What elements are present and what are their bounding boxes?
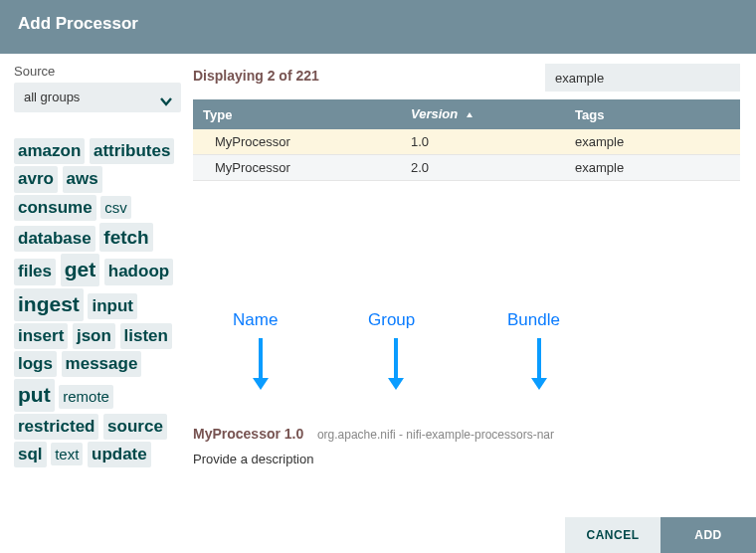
tag-attributes[interactable]: attributes bbox=[90, 138, 174, 164]
cell-tags: example bbox=[565, 129, 740, 155]
cell-version: 2.0 bbox=[401, 155, 565, 181]
tag-logs[interactable]: logs bbox=[14, 351, 57, 377]
tag-source[interactable]: source bbox=[103, 414, 167, 440]
tag-json[interactable]: json bbox=[73, 323, 115, 349]
cell-type: MyProcessor bbox=[193, 129, 401, 155]
tag-cloud: amazon attributes avro aws consume csv d… bbox=[14, 138, 181, 469]
tag-message[interactable]: message bbox=[62, 351, 142, 377]
dialog-footer: CANCEL ADD bbox=[565, 517, 756, 553]
selected-processor-name: MyProcessor 1.0 bbox=[193, 426, 303, 442]
dialog-body: Source all groups amazon attributes avro… bbox=[0, 54, 756, 469]
selected-processor-description: Provide a description bbox=[193, 452, 740, 466]
sort-asc-icon bbox=[466, 107, 473, 122]
source-select[interactable]: all groups bbox=[14, 83, 181, 112]
dialog-header: Add Processor bbox=[0, 0, 756, 54]
col-tags[interactable]: Tags bbox=[565, 99, 740, 129]
tag-remote[interactable]: remote bbox=[59, 385, 113, 408]
col-type[interactable]: Type bbox=[193, 99, 401, 129]
tag-aws[interactable]: aws bbox=[63, 166, 102, 192]
source-label: Source bbox=[14, 64, 181, 79]
tag-listen[interactable]: listen bbox=[120, 323, 172, 349]
tag-consume[interactable]: consume bbox=[14, 195, 96, 221]
tag-text[interactable]: text bbox=[51, 443, 83, 465]
right-panel: Displaying 2 of 221 Type Version Tags My… bbox=[193, 64, 740, 469]
tag-restricted[interactable]: restricted bbox=[14, 414, 98, 440]
arrow-down-icon bbox=[251, 338, 271, 390]
cell-version: 1.0 bbox=[401, 129, 565, 155]
cell-tags: example bbox=[565, 155, 740, 181]
dialog-title: Add Processor bbox=[18, 14, 138, 33]
tag-ingest[interactable]: ingest bbox=[14, 288, 84, 321]
annotation-name-label: Name bbox=[233, 310, 278, 330]
tag-input[interactable]: input bbox=[88, 293, 137, 319]
arrow-down-icon bbox=[386, 338, 406, 390]
tag-fetch[interactable]: fetch bbox=[99, 223, 152, 252]
processor-table: Type Version Tags MyProcessor1.0exampleM… bbox=[193, 99, 740, 181]
tag-csv[interactable]: csv bbox=[100, 196, 131, 219]
add-button[interactable]: ADD bbox=[661, 517, 756, 553]
tag-get[interactable]: get bbox=[61, 254, 100, 286]
table-row[interactable]: MyProcessor2.0example bbox=[193, 155, 740, 181]
cell-type: MyProcessor bbox=[193, 155, 401, 181]
annotation-area: Name Group Bundle bbox=[193, 310, 740, 420]
status-line: Displaying 2 of 221 bbox=[193, 64, 740, 92]
tag-update[interactable]: update bbox=[88, 442, 151, 467]
annotation-bundle-label: Bundle bbox=[507, 310, 560, 330]
display-count: Displaying 2 of 221 bbox=[193, 68, 319, 84]
tag-hadoop[interactable]: hadoop bbox=[104, 259, 173, 284]
table-row[interactable]: MyProcessor1.0example bbox=[193, 129, 740, 155]
search-input[interactable] bbox=[545, 64, 740, 92]
tag-insert[interactable]: insert bbox=[14, 323, 68, 349]
col-version[interactable]: Version bbox=[401, 99, 565, 129]
chevron-down-icon bbox=[159, 90, 173, 119]
arrow-down-icon bbox=[529, 338, 549, 390]
detail-line: MyProcessor 1.0 org.apache.nifi - nifi-e… bbox=[193, 426, 740, 442]
source-select-value: all groups bbox=[24, 90, 80, 104]
left-panel: Source all groups amazon attributes avro… bbox=[14, 64, 181, 469]
cancel-button[interactable]: CANCEL bbox=[565, 517, 661, 553]
tag-amazon[interactable]: amazon bbox=[14, 138, 85, 164]
tag-files[interactable]: files bbox=[14, 259, 56, 284]
selected-processor-bundle: org.apache.nifi - nifi-example-processor… bbox=[317, 428, 554, 442]
tag-database[interactable]: database bbox=[14, 226, 95, 252]
annotation-group-label: Group bbox=[368, 310, 415, 330]
tag-put[interactable]: put bbox=[14, 379, 55, 412]
tag-avro[interactable]: avro bbox=[14, 166, 58, 192]
tag-sql[interactable]: sql bbox=[14, 442, 47, 467]
